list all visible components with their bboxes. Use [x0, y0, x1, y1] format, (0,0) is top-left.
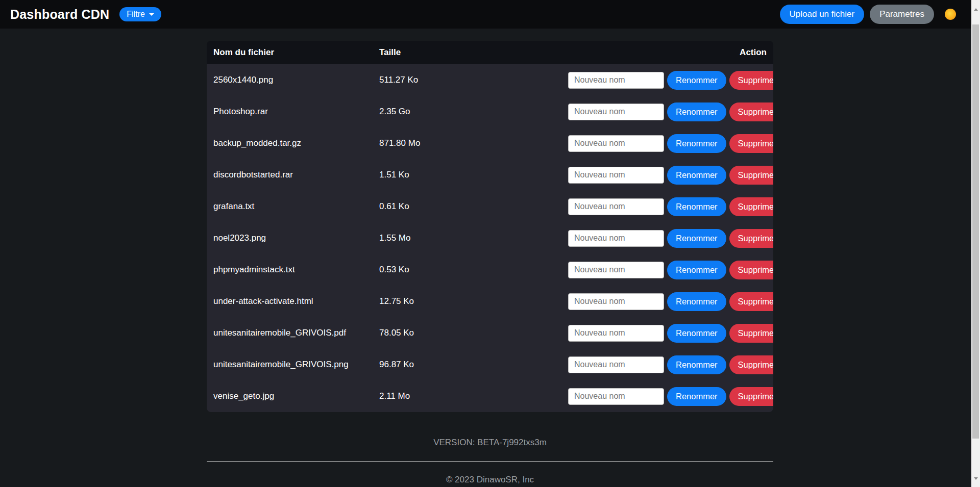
- file-name: discordbotstarted.rar: [213, 170, 379, 180]
- row-actions: Renommer Supprimer Copier le lien: [568, 161, 773, 189]
- file-name: unitesanitairemobile_GRIVOIS.pdf: [213, 328, 379, 338]
- file-size: 0.53 Ko: [379, 265, 568, 275]
- sun-theme-toggle-icon[interactable]: [945, 9, 956, 20]
- scrollbar-down-arrow-icon[interactable]: [971, 474, 980, 483]
- delete-button[interactable]: Supprimer: [729, 134, 773, 153]
- new-name-input[interactable]: [568, 198, 664, 215]
- table-row: discordbotstarted.rar 1.51 Ko Renommer S…: [207, 159, 773, 191]
- navbar-right-group: Upload un fichier Parametres: [780, 5, 956, 24]
- rename-button[interactable]: Renommer: [667, 355, 726, 374]
- delete-button[interactable]: Supprimer: [729, 71, 773, 90]
- row-actions: Renommer Supprimer Copier le lien: [568, 192, 773, 221]
- table-row: unitesanitairemobile_GRIVOIS.png 96.87 K…: [207, 349, 773, 380]
- file-size: 12.75 Ko: [379, 296, 568, 306]
- file-size: 1.55 Mo: [379, 233, 568, 243]
- copyright-text: © 2023 DinawoSR, Inc: [0, 475, 980, 485]
- scrollbar-thumb[interactable]: [972, 24, 979, 439]
- file-name: unitesanitairemobile_GRIVOIS.png: [213, 360, 379, 370]
- table-row: under-attack-activate.html 12.75 Ko Reno…: [207, 286, 773, 317]
- file-table-header: Nom du fichier Taille Action: [207, 41, 773, 64]
- rename-button[interactable]: Renommer: [667, 387, 726, 406]
- table-row: Photoshop.rar 2.35 Go Renommer Supprimer…: [207, 96, 773, 127]
- delete-button[interactable]: Supprimer: [729, 355, 773, 374]
- rename-button[interactable]: Renommer: [667, 134, 726, 153]
- file-name: Photoshop.rar: [213, 107, 379, 117]
- footer-divider: [207, 461, 773, 462]
- column-header-name: Nom du fichier: [213, 47, 379, 58]
- new-name-input[interactable]: [568, 230, 664, 247]
- rename-button[interactable]: Renommer: [667, 261, 726, 279]
- delete-button[interactable]: Supprimer: [729, 387, 773, 406]
- rename-button[interactable]: Renommer: [667, 102, 726, 121]
- delete-button[interactable]: Supprimer: [729, 166, 773, 185]
- file-size: 0.61 Ko: [379, 201, 568, 212]
- settings-button[interactable]: Parametres: [870, 5, 934, 24]
- new-name-input[interactable]: [568, 356, 664, 373]
- scrollbar-up-arrow-icon[interactable]: [971, 5, 980, 14]
- table-row: backup_modded.tar.gz 871.80 Mo Renommer …: [207, 127, 773, 159]
- row-actions: Renommer Supprimer Copier le lien: [568, 97, 773, 126]
- new-name-input[interactable]: [568, 72, 664, 89]
- rename-button[interactable]: Renommer: [667, 324, 726, 343]
- file-table-card: Nom du fichier Taille Action 2560x1440.p…: [207, 41, 773, 412]
- file-size: 871.80 Mo: [379, 138, 568, 148]
- rename-button[interactable]: Renommer: [667, 229, 726, 248]
- file-table-body: 2560x1440.png 511.27 Ko Renommer Supprim…: [207, 64, 773, 412]
- table-row: venise_geto.jpg 2.11 Mo Renommer Supprim…: [207, 380, 773, 412]
- table-row: noel2023.png 1.55 Mo Renommer Supprimer …: [207, 222, 773, 254]
- row-actions: Renommer Supprimer Copier le lien: [568, 66, 773, 94]
- navbar: Dashboard CDN Filtre Upload un fichier P…: [0, 0, 971, 29]
- row-actions: Renommer Supprimer Copier le lien: [568, 319, 773, 347]
- file-name: under-attack-activate.html: [213, 296, 379, 306]
- scrollbar[interactable]: [971, 0, 980, 487]
- table-row: phpmyadminstack.txt 0.53 Ko Renommer Sup…: [207, 254, 773, 286]
- file-size: 96.87 Ko: [379, 360, 568, 370]
- table-row: grafana.txt 0.61 Ko Renommer Supprimer C…: [207, 191, 773, 222]
- row-actions: Renommer Supprimer Copier le lien: [568, 382, 773, 411]
- row-actions: Renommer Supprimer Copier le lien: [568, 129, 773, 158]
- new-name-input[interactable]: [568, 262, 664, 278]
- new-name-input[interactable]: [568, 135, 664, 152]
- row-actions: Renommer Supprimer Copier le lien: [568, 287, 773, 316]
- table-row: unitesanitairemobile_GRIVOIS.pdf 78.05 K…: [207, 317, 773, 349]
- version-text: VERSION: BETA-7j992txs3m: [0, 438, 980, 448]
- filter-dropdown-button[interactable]: Filtre: [119, 7, 161, 21]
- column-header-action: Action: [568, 47, 767, 58]
- file-size: 78.05 Ko: [379, 328, 568, 338]
- row-actions: Renommer Supprimer Copier le lien: [568, 224, 773, 252]
- file-size: 1.51 Ko: [379, 170, 568, 180]
- file-name: venise_geto.jpg: [213, 391, 379, 401]
- new-name-input[interactable]: [568, 167, 664, 184]
- rename-button[interactable]: Renommer: [667, 166, 726, 185]
- row-actions: Renommer Supprimer Copier le lien: [568, 350, 773, 379]
- delete-button[interactable]: Supprimer: [729, 197, 773, 216]
- filter-dropdown-label: Filtre: [127, 10, 145, 19]
- new-name-input[interactable]: [568, 325, 664, 342]
- delete-button[interactable]: Supprimer: [729, 229, 773, 248]
- file-size: 2.35 Go: [379, 107, 568, 117]
- file-size: 511.27 Ko: [379, 75, 568, 85]
- file-name: 2560x1440.png: [213, 75, 379, 85]
- rename-button[interactable]: Renommer: [667, 197, 726, 216]
- file-name: grafana.txt: [213, 201, 379, 212]
- upload-file-button[interactable]: Upload un fichier: [780, 5, 865, 24]
- delete-button[interactable]: Supprimer: [729, 102, 773, 121]
- new-name-input[interactable]: [568, 104, 664, 120]
- file-name: noel2023.png: [213, 233, 379, 243]
- rename-button[interactable]: Renommer: [667, 292, 726, 311]
- row-actions: Renommer Supprimer Copier le lien: [568, 255, 773, 284]
- table-row: 2560x1440.png 511.27 Ko Renommer Supprim…: [207, 64, 773, 96]
- file-size: 2.11 Mo: [379, 391, 568, 401]
- delete-button[interactable]: Supprimer: [729, 261, 773, 279]
- brand-title: Dashboard CDN: [10, 7, 109, 22]
- rename-button[interactable]: Renommer: [667, 71, 726, 90]
- file-name: phpmyadminstack.txt: [213, 265, 379, 275]
- column-header-size: Taille: [379, 47, 568, 58]
- main-content: Nom du fichier Taille Action 2560x1440.p…: [0, 41, 980, 485]
- new-name-input[interactable]: [568, 293, 664, 310]
- delete-button[interactable]: Supprimer: [729, 292, 773, 311]
- new-name-input[interactable]: [568, 388, 664, 405]
- delete-button[interactable]: Supprimer: [729, 324, 773, 343]
- file-name: backup_modded.tar.gz: [213, 138, 379, 148]
- caret-down-icon: [149, 13, 154, 16]
